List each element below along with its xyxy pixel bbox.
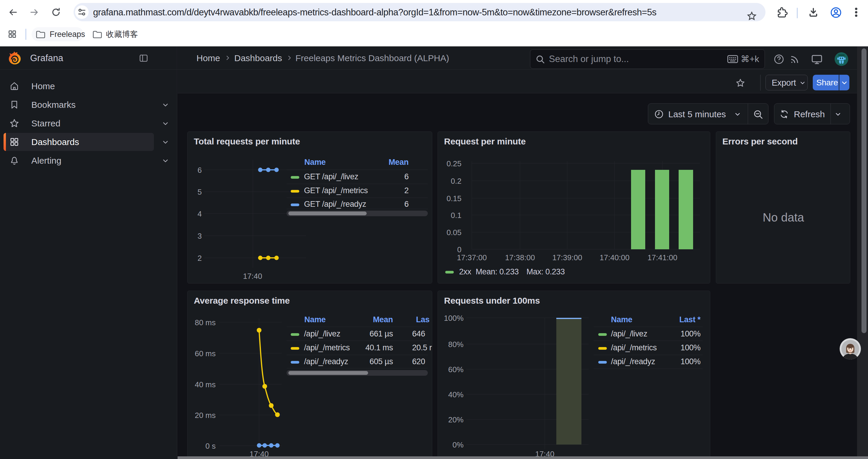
svg-text:0.25: 0.25 (446, 159, 462, 168)
svg-text:20 ms: 20 ms (195, 411, 216, 420)
svg-text:5: 5 (198, 188, 202, 196)
svg-text:40 ms: 40 ms (195, 380, 216, 389)
svg-text:40%: 40% (448, 390, 464, 399)
svg-text:0.2: 0.2 (451, 177, 462, 186)
svg-text:0.1: 0.1 (451, 211, 462, 220)
svg-text:60%: 60% (448, 365, 464, 374)
svg-text:60 ms: 60 ms (195, 349, 216, 358)
svg-text:2: 2 (198, 254, 202, 263)
svg-text:17:38:00: 17:38:00 (505, 253, 535, 262)
svg-text:17:39:00: 17:39:00 (552, 253, 582, 262)
svg-text:17:37:00: 17:37:00 (457, 253, 487, 262)
svg-text:6: 6 (198, 166, 202, 174)
svg-text:4: 4 (198, 209, 202, 218)
svg-text:3: 3 (198, 232, 202, 240)
svg-text:0: 0 (457, 245, 462, 254)
svg-text:0%: 0% (452, 440, 464, 449)
svg-text:0.05: 0.05 (446, 228, 462, 237)
svg-text:17:40:00: 17:40:00 (599, 253, 629, 262)
svg-text:80%: 80% (448, 340, 464, 349)
svg-text:20%: 20% (448, 415, 464, 424)
svg-text:17:40: 17:40 (243, 272, 262, 281)
svg-text:100%: 100% (444, 314, 464, 323)
svg-text:0 s: 0 s (205, 441, 216, 451)
svg-text:0.15: 0.15 (446, 194, 462, 203)
svg-text:17:41:00: 17:41:00 (647, 253, 677, 262)
svg-text:80 ms: 80 ms (195, 318, 216, 327)
